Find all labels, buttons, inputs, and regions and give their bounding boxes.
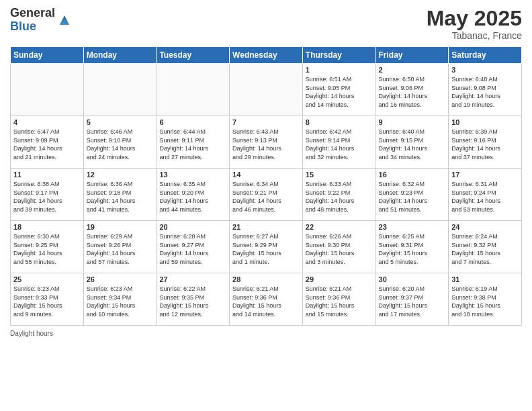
day-info: Sunrise: 6:35 AMSunset: 9:20 PMDaylight:… bbox=[159, 180, 226, 214]
day-info: Sunrise: 6:40 AMSunset: 9:15 PMDaylight:… bbox=[379, 128, 446, 161]
calendar-cell: 29Sunrise: 6:21 AMSunset: 9:36 PMDayligh… bbox=[302, 273, 375, 326]
day-info: Sunrise: 6:21 AMSunset: 9:36 PMDaylight:… bbox=[306, 285, 373, 318]
calendar-week-2: 4Sunrise: 6:47 AMSunset: 9:09 PMDaylight… bbox=[11, 116, 522, 169]
logo-blue: Blue bbox=[10, 20, 55, 34]
calendar-cell: 24Sunrise: 6:24 AMSunset: 9:32 PMDayligh… bbox=[449, 221, 522, 273]
calendar-cell: 30Sunrise: 6:20 AMSunset: 9:37 PMDayligh… bbox=[375, 273, 449, 326]
day-number: 18 bbox=[13, 223, 81, 231]
page: General Blue May 2025 Tabanac, France Su… bbox=[0, 0, 532, 411]
day-info: Sunrise: 6:51 AMSunset: 9:05 PMDaylight:… bbox=[306, 75, 373, 109]
day-info: Sunrise: 6:48 AMSunset: 9:08 PMDaylight:… bbox=[451, 75, 519, 109]
col-saturday: Saturday bbox=[449, 47, 522, 64]
day-info: Sunrise: 6:19 AMSunset: 9:38 PMDaylight:… bbox=[451, 285, 519, 318]
day-info: Sunrise: 6:28 AMSunset: 9:27 PMDaylight:… bbox=[159, 232, 226, 266]
day-info: Sunrise: 6:36 AMSunset: 9:18 PMDaylight:… bbox=[87, 180, 154, 214]
day-number: 10 bbox=[451, 118, 519, 126]
header-row: Sunday Monday Tuesday Wednesday Thursday… bbox=[11, 47, 522, 64]
logo-general: General bbox=[10, 7, 55, 20]
calendar-week-1: 1Sunrise: 6:51 AMSunset: 9:05 PMDaylight… bbox=[11, 64, 522, 116]
day-number: 21 bbox=[232, 223, 300, 231]
day-info: Sunrise: 6:50 AMSunset: 9:06 PMDaylight:… bbox=[379, 75, 446, 109]
calendar-cell bbox=[83, 64, 157, 116]
calendar-cell: 5Sunrise: 6:46 AMSunset: 9:10 PMDaylight… bbox=[83, 116, 157, 169]
day-number: 9 bbox=[379, 118, 446, 126]
day-info: Sunrise: 6:21 AMSunset: 9:36 PMDaylight:… bbox=[232, 285, 300, 318]
calendar-cell: 1Sunrise: 6:51 AMSunset: 9:05 PMDaylight… bbox=[302, 64, 375, 116]
location: Tabanac, France bbox=[427, 30, 522, 41]
calendar-cell bbox=[11, 64, 84, 116]
calendar-cell: 8Sunrise: 6:42 AMSunset: 9:14 PMDaylight… bbox=[302, 116, 375, 169]
day-number: 4 bbox=[13, 118, 81, 126]
day-number: 13 bbox=[159, 171, 226, 179]
logo-icon bbox=[57, 13, 72, 28]
day-number: 16 bbox=[379, 171, 446, 179]
calendar-cell: 14Sunrise: 6:34 AMSunset: 9:21 PMDayligh… bbox=[230, 169, 303, 221]
day-info: Sunrise: 6:32 AMSunset: 9:23 PMDaylight:… bbox=[379, 180, 446, 214]
col-thursday: Thursday bbox=[302, 47, 375, 64]
day-number: 19 bbox=[87, 223, 154, 231]
calendar-cell: 26Sunrise: 6:23 AMSunset: 9:34 PMDayligh… bbox=[83, 273, 157, 326]
day-number: 22 bbox=[306, 223, 373, 231]
title-area: May 2025 Tabanac, France bbox=[427, 7, 522, 41]
month-title: May 2025 bbox=[427, 7, 522, 30]
day-number: 24 bbox=[451, 223, 519, 231]
calendar-cell: 17Sunrise: 6:31 AMSunset: 9:24 PMDayligh… bbox=[449, 169, 522, 221]
day-number: 27 bbox=[159, 275, 226, 283]
logo-text: General Blue bbox=[10, 7, 55, 34]
day-number: 2 bbox=[379, 66, 446, 74]
day-number: 1 bbox=[306, 66, 373, 74]
day-number: 30 bbox=[379, 275, 446, 283]
day-number: 11 bbox=[13, 171, 81, 179]
calendar: Sunday Monday Tuesday Wednesday Thursday… bbox=[10, 46, 522, 326]
day-info: Sunrise: 6:42 AMSunset: 9:14 PMDaylight:… bbox=[306, 128, 373, 161]
day-info: Sunrise: 6:22 AMSunset: 9:35 PMDaylight:… bbox=[159, 285, 226, 318]
calendar-cell: 27Sunrise: 6:22 AMSunset: 9:35 PMDayligh… bbox=[157, 273, 230, 326]
calendar-cell: 20Sunrise: 6:28 AMSunset: 9:27 PMDayligh… bbox=[157, 221, 230, 273]
calendar-cell: 16Sunrise: 6:32 AMSunset: 9:23 PMDayligh… bbox=[375, 169, 449, 221]
day-number: 23 bbox=[379, 223, 446, 231]
day-info: Sunrise: 6:44 AMSunset: 9:11 PMDaylight:… bbox=[159, 128, 226, 161]
calendar-cell: 2Sunrise: 6:50 AMSunset: 9:06 PMDaylight… bbox=[375, 64, 449, 116]
day-info: Sunrise: 6:30 AMSunset: 9:25 PMDaylight:… bbox=[13, 232, 81, 266]
day-info: Sunrise: 6:23 AMSunset: 9:33 PMDaylight:… bbox=[13, 285, 81, 318]
day-number: 8 bbox=[306, 118, 373, 126]
day-info: Sunrise: 6:27 AMSunset: 9:29 PMDaylight:… bbox=[232, 232, 300, 266]
calendar-week-5: 25Sunrise: 6:23 AMSunset: 9:33 PMDayligh… bbox=[11, 273, 522, 326]
calendar-cell: 22Sunrise: 6:26 AMSunset: 9:30 PMDayligh… bbox=[302, 221, 375, 273]
day-number: 17 bbox=[451, 171, 519, 179]
col-sunday: Sunday bbox=[11, 47, 84, 64]
calendar-week-4: 18Sunrise: 6:30 AMSunset: 9:25 PMDayligh… bbox=[11, 221, 522, 273]
footer-label: Daylight hours bbox=[10, 330, 53, 337]
day-number: 26 bbox=[87, 275, 154, 283]
day-number: 25 bbox=[13, 275, 81, 283]
calendar-cell: 15Sunrise: 6:33 AMSunset: 9:22 PMDayligh… bbox=[302, 169, 375, 221]
day-info: Sunrise: 6:39 AMSunset: 9:16 PMDaylight:… bbox=[451, 128, 519, 161]
calendar-cell: 9Sunrise: 6:40 AMSunset: 9:15 PMDaylight… bbox=[375, 116, 449, 169]
day-info: Sunrise: 6:31 AMSunset: 9:24 PMDaylight:… bbox=[451, 180, 519, 214]
col-tuesday: Tuesday bbox=[157, 47, 230, 64]
day-info: Sunrise: 6:38 AMSunset: 9:17 PMDaylight:… bbox=[13, 180, 81, 214]
calendar-cell: 28Sunrise: 6:21 AMSunset: 9:36 PMDayligh… bbox=[230, 273, 303, 326]
calendar-week-3: 11Sunrise: 6:38 AMSunset: 9:17 PMDayligh… bbox=[11, 169, 522, 221]
day-info: Sunrise: 6:29 AMSunset: 9:26 PMDaylight:… bbox=[87, 232, 154, 266]
col-friday: Friday bbox=[375, 47, 449, 64]
day-info: Sunrise: 6:43 AMSunset: 9:13 PMDaylight:… bbox=[232, 128, 300, 161]
day-info: Sunrise: 6:20 AMSunset: 9:37 PMDaylight:… bbox=[379, 285, 446, 318]
footer: Daylight hours bbox=[10, 330, 522, 337]
calendar-cell: 21Sunrise: 6:27 AMSunset: 9:29 PMDayligh… bbox=[230, 221, 303, 273]
logo: General Blue bbox=[10, 7, 72, 34]
day-info: Sunrise: 6:25 AMSunset: 9:31 PMDaylight:… bbox=[379, 232, 446, 266]
calendar-cell: 13Sunrise: 6:35 AMSunset: 9:20 PMDayligh… bbox=[157, 169, 230, 221]
day-number: 12 bbox=[87, 171, 154, 179]
calendar-cell: 10Sunrise: 6:39 AMSunset: 9:16 PMDayligh… bbox=[449, 116, 522, 169]
calendar-cell bbox=[230, 64, 303, 116]
day-number: 15 bbox=[306, 171, 373, 179]
day-number: 31 bbox=[451, 275, 519, 283]
calendar-cell bbox=[157, 64, 230, 116]
calendar-cell: 25Sunrise: 6:23 AMSunset: 9:33 PMDayligh… bbox=[11, 273, 84, 326]
calendar-header: Sunday Monday Tuesday Wednesday Thursday… bbox=[11, 47, 522, 64]
day-info: Sunrise: 6:46 AMSunset: 9:10 PMDaylight:… bbox=[87, 128, 154, 161]
calendar-cell: 12Sunrise: 6:36 AMSunset: 9:18 PMDayligh… bbox=[83, 169, 157, 221]
day-number: 20 bbox=[159, 223, 226, 231]
day-number: 29 bbox=[306, 275, 373, 283]
